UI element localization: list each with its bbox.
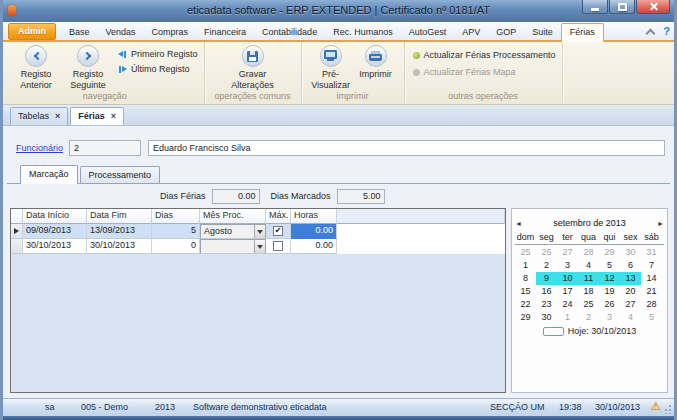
calendar-day[interactable]: 24 xyxy=(557,298,578,311)
checkbox-icon[interactable] xyxy=(273,241,283,251)
chevron-down-icon[interactable] xyxy=(254,240,265,253)
dias-ferias-field[interactable]: 0.00 xyxy=(212,189,260,204)
column-header-m-x[interactable]: Máx. xyxy=(266,209,291,224)
calendar-day[interactable]: 25 xyxy=(515,246,536,259)
cell-horas[interactable]: 0.00 xyxy=(291,239,337,254)
dias-marcados-field[interactable]: 5.00 xyxy=(337,189,385,204)
calendar-day[interactable]: 21 xyxy=(641,285,662,298)
column-header-data-fim[interactable]: Data Fim xyxy=(87,209,152,224)
cell-dias[interactable]: 0 xyxy=(152,239,200,254)
calendar-day[interactable]: 10 xyxy=(557,272,578,285)
calendar-day[interactable]: 9 xyxy=(536,272,557,285)
minimize-button[interactable] xyxy=(582,0,608,14)
tab-marca-o[interactable]: Marcação xyxy=(20,165,78,184)
collapse-ribbon-icon[interactable] xyxy=(646,29,655,35)
calendar-day[interactable]: 27 xyxy=(557,246,578,259)
funcionario-name-field[interactable]: Eduardo Francisco Silva xyxy=(148,140,665,156)
cell-max-checkbox[interactable]: ✔ xyxy=(266,224,291,239)
close-tab-icon[interactable]: × xyxy=(111,112,116,121)
calendar-day[interactable]: 2 xyxy=(536,259,557,272)
funcionario-link[interactable]: Funcionário xyxy=(16,143,62,153)
funcionario-id-field[interactable]: 2 xyxy=(69,140,141,156)
row-selector[interactable] xyxy=(11,239,23,254)
calendar-day[interactable]: 27 xyxy=(620,298,641,311)
help-icon[interactable]: ? xyxy=(663,26,670,37)
maximize-button[interactable] xyxy=(609,0,635,14)
calendar-day[interactable]: 18 xyxy=(578,285,599,298)
ribbon-tab-compras[interactable]: Compras xyxy=(144,24,197,40)
checkbox-icon[interactable]: ✔ xyxy=(273,226,283,236)
ribbon-tab-admin[interactable]: Admin xyxy=(8,23,56,40)
grid-empty-area[interactable] xyxy=(11,254,505,392)
column-header-m-s-proc[interactable]: Mês Proc. xyxy=(200,209,266,224)
calendar-day[interactable]: 26 xyxy=(599,298,620,311)
registo-anterior-button[interactable]: Registo Anterior xyxy=(10,43,62,91)
calendar-prev-icon[interactable]: ◄ xyxy=(515,220,527,227)
doc-tab-f-rias[interactable]: Férias× xyxy=(70,107,124,125)
cell-data-fim[interactable]: 30/10/2013 xyxy=(87,239,152,254)
ribbon-tab-suite[interactable]: Suite xyxy=(524,24,561,40)
calendar-day[interactable]: 28 xyxy=(578,246,599,259)
calendar-day[interactable]: 5 xyxy=(599,259,620,272)
cell-max-checkbox[interactable] xyxy=(266,239,291,254)
row-selector[interactable] xyxy=(11,224,23,239)
ribbon-tab-f-rias[interactable]: Férias xyxy=(561,23,604,42)
calendar-title[interactable]: setembro de 2013 xyxy=(527,218,652,228)
calendar-day[interactable]: 29 xyxy=(515,311,536,324)
imprimir-button[interactable]: Imprimir xyxy=(354,43,398,80)
calendar-day[interactable]: 4 xyxy=(578,259,599,272)
calendar-day[interactable]: 2 xyxy=(578,311,599,324)
ribbon-tab-autogest[interactable]: AutoGest xyxy=(401,24,455,40)
calendar-day[interactable]: 15 xyxy=(515,285,536,298)
calendar-day[interactable]: 13 xyxy=(620,272,641,285)
ribbon-tab-rec-humanos[interactable]: Rec. Humanos xyxy=(325,24,401,40)
calendar-day[interactable]: 12 xyxy=(599,272,620,285)
calendar-day[interactable]: 1 xyxy=(557,311,578,324)
column-header-horas[interactable]: Horas xyxy=(291,209,337,224)
calendar-day[interactable]: 19 xyxy=(599,285,620,298)
ribbon-tab-gop[interactable]: GOP xyxy=(488,24,524,40)
calendar-day[interactable]: 8 xyxy=(515,272,536,285)
calendar-day[interactable]: 14 xyxy=(641,272,662,285)
calendar-day[interactable]: 1 xyxy=(515,259,536,272)
chevron-down-icon[interactable] xyxy=(254,225,265,238)
calendar-day[interactable]: 22 xyxy=(515,298,536,311)
calendar-day[interactable]: 16 xyxy=(536,285,557,298)
actualizar-ferias-processamento-button[interactable]: Actualizar Férias Processamento xyxy=(413,50,556,60)
ribbon-tab-vendas[interactable]: Vendas xyxy=(98,24,144,40)
calendar-day[interactable]: 25 xyxy=(578,298,599,311)
gravar-alteracoes-button[interactable]: Gravar Alterações xyxy=(224,43,282,91)
cell-data-inicio[interactable]: 09/09/2013 xyxy=(23,224,87,239)
ribbon-tab-financeira[interactable]: Financeira xyxy=(196,24,254,40)
ribbon-tab-apv[interactable]: APV xyxy=(454,24,488,40)
pre-visualizar-button[interactable]: Pré-Visualizar xyxy=(308,43,354,91)
ultimo-registo-button[interactable]: Último Registo xyxy=(118,64,198,74)
calendar-day[interactable]: 5 xyxy=(641,311,662,324)
calendar-next-icon[interactable]: ► xyxy=(652,220,664,227)
ribbon-tab-contabilidade[interactable]: Contabilidade xyxy=(254,24,325,40)
cell-mes-proc-combobox[interactable]: Agosto xyxy=(200,224,266,239)
tab-processamento[interactable]: Processamento xyxy=(80,166,161,183)
calendar-day[interactable]: 29 xyxy=(599,246,620,259)
cell-data-inicio[interactable]: 30/10/2013 xyxy=(23,239,87,254)
calendar-today-button[interactable]: Hoje: 30/10/2013 xyxy=(515,326,664,336)
calendar-day[interactable]: 30 xyxy=(536,311,557,324)
calendar-day[interactable]: 30 xyxy=(620,246,641,259)
warning-icon[interactable]: ⚠ xyxy=(651,401,661,412)
cell-horas[interactable]: 0.00 xyxy=(291,224,337,239)
calendar-day[interactable]: 23 xyxy=(536,298,557,311)
cell-mes-proc-combobox[interactable] xyxy=(200,239,266,254)
cell-data-fim[interactable]: 13/09/2013 xyxy=(87,224,152,239)
column-header-dias[interactable]: Dias xyxy=(152,209,200,224)
calendar-day[interactable]: 7 xyxy=(641,259,662,272)
primeiro-registo-button[interactable]: Primeiro Registo xyxy=(118,49,198,59)
ribbon-tab-base[interactable]: Base xyxy=(61,24,98,40)
calendar-day[interactable]: 11 xyxy=(578,272,599,285)
calendar-day[interactable]: 31 xyxy=(641,246,662,259)
calendar-day[interactable]: 3 xyxy=(557,259,578,272)
calendar-day[interactable]: 17 xyxy=(557,285,578,298)
calendar-day[interactable]: 3 xyxy=(599,311,620,324)
registo-seguinte-button[interactable]: Registo Seguinte xyxy=(62,43,114,91)
column-header-data-in-cio[interactable]: Data Início xyxy=(23,209,87,224)
cell-dias[interactable]: 5 xyxy=(152,224,200,239)
